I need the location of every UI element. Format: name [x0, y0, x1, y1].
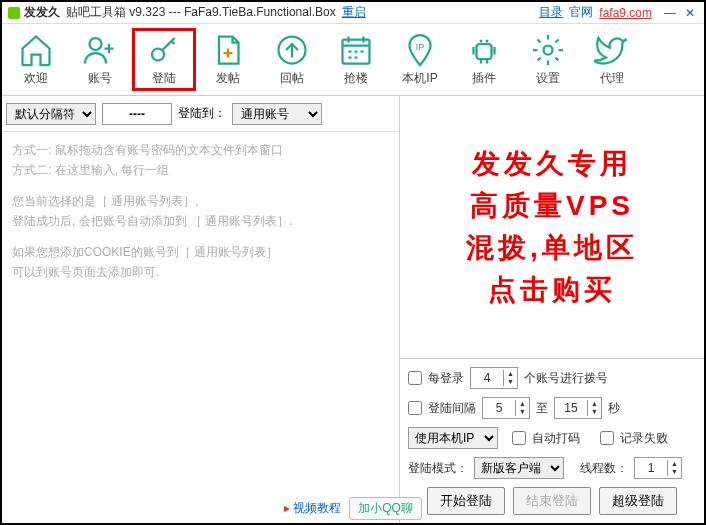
- tool-account[interactable]: 账号: [68, 28, 132, 91]
- file-plus-icon: [210, 32, 246, 68]
- svg-point-7: [486, 40, 489, 43]
- tool-settings[interactable]: 设置: [516, 28, 580, 91]
- filter-bar: 默认分隔符 登陆到： 通用账号: [2, 96, 399, 132]
- ad-line-1: 发发久专用: [472, 143, 632, 185]
- hint-area[interactable]: 方式一: 鼠标拖动含有账号密码的文本文件到本窗口 方式二: 在这里输入, 每行一…: [2, 132, 399, 300]
- catalog-link[interactable]: 目录: [539, 4, 563, 21]
- site-url[interactable]: fafa9.com: [599, 6, 652, 20]
- log-fail-label: 记录失败: [620, 430, 668, 447]
- tool-login[interactable]: 登陆: [132, 28, 196, 91]
- home-icon: [18, 32, 54, 68]
- login-to-label: 登陆到：: [178, 105, 226, 122]
- to-label: 至: [536, 400, 548, 417]
- upload-icon: [274, 32, 310, 68]
- ad-line-3: 混拨,单地区: [466, 227, 638, 269]
- video-tutorial-link[interactable]: ▸视频教程: [284, 500, 341, 517]
- minimize-icon[interactable]: —: [662, 6, 678, 20]
- bird-icon: [594, 32, 630, 68]
- svg-rect-5: [477, 44, 492, 59]
- app-name: 发发久: [24, 4, 60, 21]
- login-mode-label: 登陆模式：: [408, 460, 468, 477]
- tool-post[interactable]: 发帖: [196, 28, 260, 91]
- delimiter-input[interactable]: [102, 103, 172, 125]
- every-login-label: 每登录: [428, 370, 464, 387]
- threads-label: 线程数：: [580, 460, 628, 477]
- site-label: 官网: [569, 4, 593, 21]
- tool-grab[interactable]: 抢楼: [324, 28, 388, 91]
- interval-checkbox[interactable]: [408, 401, 422, 415]
- restart-link[interactable]: 重启: [342, 4, 366, 21]
- tool-reply[interactable]: 回帖: [260, 28, 324, 91]
- login-to-select[interactable]: 通用账号: [232, 103, 322, 125]
- tool-welcome[interactable]: 欢迎: [4, 28, 68, 91]
- left-panel: 默认分隔符 登陆到： 通用账号 方式一: 鼠标拖动含有账号密码的文本文件到本窗口…: [2, 96, 400, 523]
- svg-point-0: [90, 38, 102, 50]
- delimiter-select[interactable]: 默认分隔符: [6, 103, 96, 125]
- play-icon: ▸: [284, 501, 290, 515]
- user-plus-icon: [82, 32, 118, 68]
- auto-captcha-checkbox[interactable]: [512, 431, 526, 445]
- gear-icon: [530, 32, 566, 68]
- interval-label: 登陆间隔: [428, 400, 476, 417]
- ad-block[interactable]: 发发久专用 高质量VPS 混拨,单地区 点击购买: [400, 96, 704, 358]
- titlebar: 发发久 贴吧工具箱 v9.323 --- FaFa9.TieBa.Functio…: [2, 2, 704, 24]
- hint-3: 如果您想添加COOKIE的账号到［ 通用账号列表］ 可以到账号页面去添加即可.: [12, 242, 389, 283]
- ad-line-2: 高质量VPS: [470, 185, 634, 227]
- ip-pin-icon: IP: [402, 32, 438, 68]
- every-login-suffix: 个账号进行拨号: [524, 370, 608, 387]
- ip-mode-select[interactable]: 使用本机IP: [408, 427, 498, 449]
- right-panel: 发发久专用 高质量VPS 混拨,单地区 点击购买 每登录 4▲▼ 个账号进行拨号…: [400, 96, 704, 523]
- tool-local-ip[interactable]: IP 本机IP: [388, 28, 452, 91]
- hint-2: 您当前选择的是［ 通用账号列表］, 登陆成功后, 会把账号自动添加到 ［ 通用账…: [12, 191, 389, 232]
- login-mode-select[interactable]: 新版客户端: [474, 457, 564, 479]
- svg-point-1: [152, 49, 164, 61]
- footer: ▸视频教程 加小QQ聊: [2, 495, 704, 521]
- log-fail-checkbox[interactable]: [600, 431, 614, 445]
- every-login-checkbox[interactable]: [408, 371, 422, 385]
- content: 默认分隔符 登陆到： 通用账号 方式一: 鼠标拖动含有账号密码的文本文件到本窗口…: [2, 96, 704, 523]
- svg-point-8: [544, 46, 553, 55]
- seconds-label: 秒: [608, 400, 620, 417]
- auto-captcha-label: 自动打码: [532, 430, 580, 447]
- ad-line-4: 点击购买: [488, 269, 616, 311]
- app-icon: [8, 7, 20, 19]
- interval-from-spinner[interactable]: 5▲▼: [482, 397, 530, 419]
- svg-point-6: [480, 40, 483, 43]
- app-subtitle: 贴吧工具箱 v9.323 --- FaFa9.TieBa.Functional.…: [66, 4, 336, 21]
- qq-chat-button[interactable]: 加小QQ聊: [349, 497, 422, 520]
- app-window: 发发久 贴吧工具箱 v9.323 --- FaFa9.TieBa.Functio…: [0, 0, 706, 525]
- tool-plugin[interactable]: 插件: [452, 28, 516, 91]
- key-icon: [146, 32, 182, 68]
- every-login-spinner[interactable]: 4▲▼: [470, 367, 518, 389]
- calendar-icon: [338, 32, 374, 68]
- android-icon: [466, 32, 502, 68]
- interval-to-spinner[interactable]: 15▲▼: [554, 397, 602, 419]
- threads-spinner[interactable]: 1▲▼: [634, 457, 682, 479]
- toolbar: 欢迎 账号 登陆 发帖 回帖 抢楼 IP 本机IP 插件: [2, 24, 704, 96]
- close-icon[interactable]: ✕: [682, 6, 698, 20]
- svg-text:IP: IP: [416, 42, 425, 52]
- tool-proxy[interactable]: 代理: [580, 28, 644, 91]
- hint-1: 方式一: 鼠标拖动含有账号密码的文本文件到本窗口 方式二: 在这里输入, 每行一…: [12, 140, 389, 181]
